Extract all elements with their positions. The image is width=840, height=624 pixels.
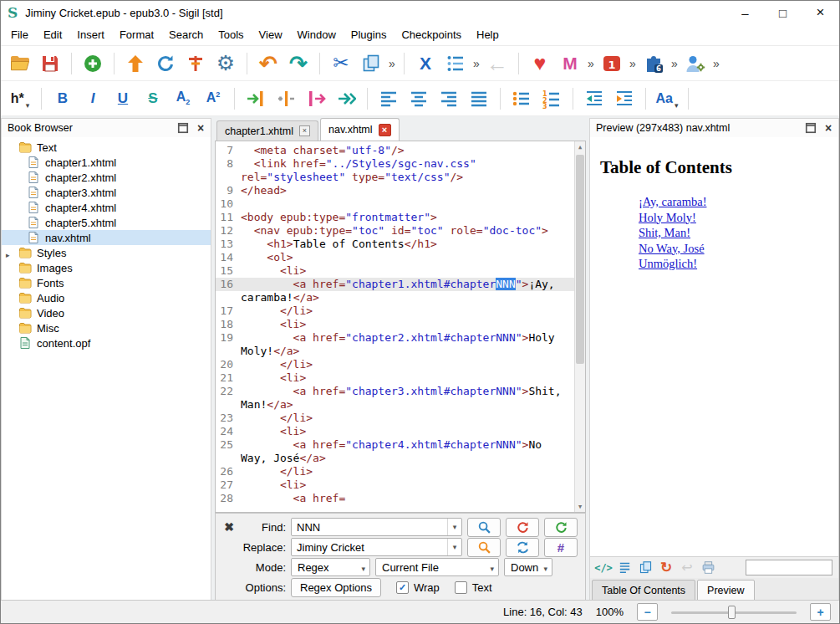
code-line-9[interactable]: 9</head>: [216, 184, 574, 197]
inspect-button[interactable]: [615, 559, 634, 577]
superscript-button[interactable]: A2: [200, 84, 227, 113]
menu-window[interactable]: Window: [290, 25, 344, 45]
tree-item-fonts[interactable]: Fonts: [2, 275, 211, 290]
menu-tools[interactable]: Tools: [211, 25, 251, 45]
code-line-wrap[interactable]: Way, José</a>: [216, 452, 574, 465]
preferences-button[interactable]: ⚙: [212, 49, 239, 78]
back-link-button[interactable]: ↩: [678, 559, 696, 577]
tree-item-misc[interactable]: Misc: [2, 320, 211, 335]
numbered-list-button[interactable]: 123: [538, 84, 565, 113]
code-line-8[interactable]: 8 <link href="../Styles/sgc-nav.css": [216, 157, 574, 171]
tab-close-icon[interactable]: [299, 125, 310, 136]
close-window-button[interactable]: ×: [802, 1, 839, 24]
add-file-button[interactable]: [79, 49, 106, 78]
code-line-wrap[interactable]: Man!</a>: [216, 398, 574, 412]
replace-input[interactable]: Jiminy Cricket: [291, 538, 462, 556]
preview-link[interactable]: Shit, Man!: [639, 225, 838, 241]
menu-plugins[interactable]: Plugins: [344, 25, 395, 45]
toolbar-overflow-3[interactable]: »: [585, 49, 597, 78]
code-line-7[interactable]: 7 <meta charset="utf-8"/>: [216, 144, 574, 157]
code-line-14[interactable]: 14 <ol>: [216, 251, 574, 264]
copy-button[interactable]: [358, 49, 384, 78]
code-view-button[interactable]: </>: [594, 559, 613, 577]
code-line-12[interactable]: 12 <nav epub:type="toc" id="toc" role="d…: [216, 224, 574, 238]
user-dictionary-button[interactable]: [682, 49, 709, 78]
donate-button[interactable]: ♥: [527, 49, 553, 78]
underline-button[interactable]: U: [109, 84, 136, 113]
insert-file-button[interactable]: [272, 84, 299, 113]
code-line-17[interactable]: 17 </li>: [216, 304, 574, 318]
regex-options-button[interactable]: Regex Options: [291, 578, 381, 597]
code-line-21[interactable]: 21 <li>: [216, 371, 574, 385]
code-line-11[interactable]: 11<body epub:type="frontmatter">: [216, 211, 574, 224]
save-epub-button[interactable]: [37, 49, 64, 78]
add-existing-files-button[interactable]: [122, 49, 149, 78]
cut-button[interactable]: ✂: [328, 49, 354, 78]
find-input[interactable]: NNN: [291, 518, 462, 536]
toolbar-overflow-5[interactable]: »: [669, 49, 680, 78]
code-line-16[interactable]: 16 <a href="chapter1.xhtml#chapterNNN">¡…: [216, 278, 574, 291]
find-next-button[interactable]: [467, 518, 501, 537]
tab-close-icon[interactable]: [379, 124, 391, 136]
print-button[interactable]: [699, 559, 717, 577]
tree-item-chapter5.xhtml[interactable]: chapter5.xhtml: [2, 215, 211, 230]
align-justify-button[interactable]: [466, 84, 492, 113]
find-replace-button[interactable]: X: [412, 49, 439, 78]
wrap-checkbox[interactable]: ✓ Wrap: [396, 581, 440, 594]
tree-item-styles[interactable]: Styles: [2, 245, 211, 260]
bold-button[interactable]: B: [49, 84, 76, 113]
minimize-button[interactable]: –: [726, 1, 764, 24]
close-panel-icon[interactable]: [195, 122, 206, 134]
menu-insert[interactable]: Insert: [69, 25, 112, 45]
replace-all-button[interactable]: [506, 538, 539, 557]
tree-item-chapter3.xhtml[interactable]: chapter3.xhtml: [2, 185, 211, 200]
code-line-15[interactable]: 15 <li>: [216, 264, 574, 278]
indent-button[interactable]: [611, 84, 638, 113]
checkpoint-button[interactable]: [182, 49, 209, 78]
find-history-dropdown-icon[interactable]: [447, 519, 461, 535]
float-panel-icon[interactable]: [177, 122, 189, 134]
code-view[interactable]: 7 <meta charset="utf-8"/>8 <link href=".…: [215, 141, 586, 513]
tree-item-text[interactable]: Text: [2, 140, 211, 155]
tree-item-nav.xhtml[interactable]: nav.xhtml: [2, 230, 211, 245]
direction-select[interactable]: Down: [504, 558, 552, 576]
find-refresh-red-button[interactable]: [506, 518, 539, 537]
preview-link[interactable]: Unmöglich!: [639, 256, 838, 272]
open-epub-button[interactable]: [7, 49, 33, 78]
replace-history-dropdown-icon[interactable]: [447, 539, 461, 555]
close-preview-icon[interactable]: [822, 122, 834, 134]
plugin-m-button[interactable]: M: [557, 49, 583, 78]
menu-view[interactable]: View: [252, 25, 290, 45]
code-line-13[interactable]: 13 <h1>Table of Contents</h1>: [216, 238, 574, 251]
code-line-20[interactable]: 20 </li>: [216, 358, 574, 371]
code-line-25[interactable]: 25 <a href="chapter4.xhtml#chapterNNN">N…: [216, 438, 574, 452]
zoom-out-button[interactable]: −: [637, 603, 658, 621]
tree-item-video[interactable]: Video: [2, 305, 211, 320]
menu-format[interactable]: Format: [112, 25, 161, 45]
refresh-preview-button[interactable]: ↻: [657, 559, 675, 577]
tree-item-audio[interactable]: Audio: [2, 290, 211, 305]
tab-preview[interactable]: Preview: [697, 580, 754, 601]
code-line-26[interactable]: 26 </li>: [216, 465, 574, 478]
scroll-up-icon[interactable]: [575, 141, 585, 152]
scope-select[interactable]: Current File: [375, 558, 499, 576]
menu-checkpoints[interactable]: Checkpoints: [394, 25, 469, 45]
replace-find-button[interactable]: [467, 538, 501, 557]
tree-item-chapter4.xhtml[interactable]: chapter4.xhtml: [2, 200, 211, 215]
zoom-slider-handle[interactable]: [728, 606, 736, 619]
code-line-22[interactable]: 22 <a href="chapter3.xhtml#chapterNNN">S…: [216, 385, 574, 398]
close-find-button[interactable]: ✖: [221, 520, 237, 534]
code-line-23[interactable]: 23 </li>: [216, 412, 574, 425]
align-left-button[interactable]: [375, 84, 402, 113]
title-bar[interactable]: S Jiminy Cricket.epub - epub3.0 - Sigil …: [1, 1, 839, 24]
back-button[interactable]: ←: [484, 49, 511, 78]
text-checkbox[interactable]: Text: [455, 581, 492, 594]
reload-button[interactable]: [152, 49, 179, 78]
align-center-button[interactable]: [405, 84, 432, 113]
code-line-wrap[interactable]: rel="stylesheet" type="text/css"/>: [216, 171, 574, 184]
align-right-button[interactable]: [435, 84, 462, 113]
split-at-cursor-button[interactable]: [303, 84, 329, 113]
menu-file[interactable]: File: [3, 25, 36, 45]
find-refresh-green-button[interactable]: [544, 518, 578, 537]
split-section-button[interactable]: [242, 84, 269, 113]
